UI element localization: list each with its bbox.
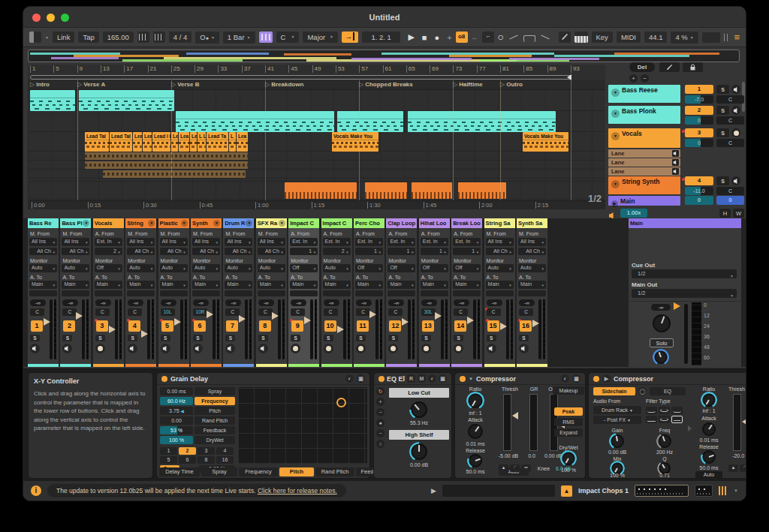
input-channel-select[interactable]: 1▼ (453, 248, 481, 255)
solo-button[interactable]: S (716, 85, 729, 94)
makeup-button[interactable]: Makeup (553, 386, 584, 395)
midi-clip[interactable] (176, 111, 334, 132)
track-number-button[interactable]: 8 (259, 320, 271, 332)
nudge-down-icon[interactable] (137, 32, 149, 43)
output-select[interactable]: Main▼ (486, 281, 514, 289)
grain-param-value[interactable]: 100 % (160, 436, 193, 444)
track-number-button[interactable]: 16 (520, 320, 532, 332)
crossfade-box[interactable] (323, 290, 351, 296)
input-channel-select[interactable]: 1▼ (421, 248, 448, 255)
lane-speaker-icon[interactable] (672, 168, 679, 175)
filter-shape-button[interactable] (659, 407, 670, 414)
input-channel-select[interactable]: All Ch▼ (258, 248, 285, 255)
midi-clip[interactable] (337, 111, 403, 132)
track-pan[interactable]: C (716, 95, 744, 104)
take-lane-header[interactable]: Lane (608, 158, 680, 167)
stop-button[interactable]: ■ (418, 33, 431, 42)
eq-band2-knob[interactable] (411, 443, 427, 460)
track-number[interactable]: 4 (685, 176, 713, 185)
pan-display[interactable]: C (258, 308, 273, 316)
nudge-up-icon[interactable] (153, 32, 165, 43)
sidechain-button[interactable]: Sidechain (593, 387, 635, 395)
output-select[interactable]: Main▼ (62, 281, 89, 289)
audio-clip-lead[interactable]: Lea (237, 132, 248, 152)
input-type-select[interactable]: Ext. In▼ (323, 238, 351, 246)
monitor-select[interactable]: Off▼ (355, 264, 383, 272)
sidechain-listen-icon[interactable]: ◯ (638, 387, 647, 395)
drywet-knob[interactable] (562, 452, 575, 465)
maximize-window-button[interactable] (61, 14, 69, 22)
volume-display[interactable]: -∞ (388, 299, 404, 306)
fade-out-icon[interactable] (508, 32, 520, 43)
fold-icon[interactable]: ▼ (148, 220, 155, 227)
arrangement-area[interactable]: 1591317212529333741454953576165697377818… (28, 65, 605, 209)
crossfade-box[interactable] (388, 290, 415, 296)
track-volume[interactable]: -7.0 (685, 95, 713, 104)
main-volume-display[interactable]: -∞ (651, 304, 671, 311)
eq-m-button[interactable]: M (418, 374, 426, 383)
monitor-speaker-icon[interactable] (193, 344, 203, 353)
drywet-value[interactable]: 100 % (554, 467, 583, 473)
volume-display[interactable]: -∞ (356, 299, 372, 306)
monitor-select[interactable]: Auto▼ (62, 264, 89, 272)
main-volume[interactable]: 0 (685, 196, 713, 205)
monitor-speaker-icon[interactable] (161, 344, 170, 353)
solo-button[interactable]: S (487, 335, 496, 341)
transfer-curve-button[interactable]: ◜ (510, 464, 520, 472)
lane-speaker-icon[interactable] (672, 159, 679, 166)
fold-icon[interactable]: ▼ (213, 220, 220, 227)
solo-button[interactable]: S (716, 128, 729, 137)
track-number-button[interactable]: 6 (194, 320, 206, 332)
audio-engine-icon[interactable] (608, 209, 617, 218)
freq-knob[interactable] (658, 434, 671, 448)
ratio-knob[interactable] (702, 393, 716, 407)
midi-clip-strings[interactable] (412, 182, 452, 199)
volume-fader-handle[interactable] (141, 330, 148, 338)
close-window-button[interactable] (32, 14, 41, 22)
expand-button[interactable]: Expand (554, 428, 583, 437)
input-type-select[interactable]: All Ins▼ (258, 238, 285, 246)
main-track-title[interactable]: Main (629, 218, 741, 228)
main-pan-knob[interactable] (653, 314, 671, 332)
output-select[interactable]: Main▼ (258, 281, 285, 289)
grain-param-value[interactable]: 53 % (160, 426, 193, 434)
attack-knob[interactable] (702, 422, 716, 436)
peak-button[interactable]: Peak (554, 407, 583, 416)
sidechain-routing-select[interactable]: - Post FX ▼ (593, 416, 641, 424)
loop-brace-icon[interactable] (523, 35, 535, 42)
volume-fader-handle[interactable] (402, 318, 409, 326)
main-fader-handle[interactable] (674, 302, 680, 310)
grain-division-button[interactable]: 8 (198, 456, 215, 464)
zoom-width-button[interactable]: W (733, 209, 744, 218)
mixer-track-title[interactable]: SFX Ra▼ (256, 218, 287, 228)
volume-fader-handle[interactable] (435, 312, 442, 320)
output-select[interactable]: Main▼ (95, 281, 122, 289)
input-type-select[interactable]: All Ins▼ (160, 238, 188, 246)
solo-button[interactable]: S (95, 335, 105, 341)
input-type-select[interactable]: Ext. In▼ (355, 238, 383, 246)
activity-view-button[interactable]: ▴ (728, 464, 738, 472)
monitor-speaker-icon[interactable] (731, 85, 740, 94)
xy-assign-tab[interactable]: Rand Pitch (315, 467, 354, 476)
cue-volume-knob[interactable] (654, 350, 668, 364)
thresh-handle[interactable] (512, 412, 518, 419)
grain-division-button[interactable]: 5 (160, 456, 177, 464)
audio-clip-lead[interactable]: Le (190, 132, 197, 152)
locator-row[interactable]: ▷Intro▷Verse A▷Verse B▷Breakdown▷Chopped… (28, 80, 605, 90)
input-channel-select[interactable]: All Ch▼ (29, 248, 57, 255)
monitor-select[interactable]: Auto▼ (258, 264, 285, 272)
ratio-value[interactable]: inf : 1 (457, 410, 494, 416)
audio-clip-lead[interactable]: Lead Tal (85, 132, 109, 152)
ratio-value[interactable]: inf : 1 (692, 408, 725, 413)
filter-shape-button[interactable] (646, 407, 657, 414)
track-number-button[interactable]: 10 (324, 320, 336, 332)
mixer-track-title[interactable]: Drum R▼ (223, 218, 254, 228)
volume-display[interactable]: -∞ (258, 299, 274, 306)
input-type-select[interactable]: All Ins▼ (62, 238, 89, 246)
output-select[interactable]: Main▼ (290, 281, 318, 289)
track-number-button[interactable]: 2 (63, 320, 75, 332)
arm-button[interactable] (291, 344, 300, 353)
solo-button[interactable]: S (30, 335, 40, 341)
midi-map-button[interactable]: MIDI (617, 32, 641, 43)
midi-clip-strings[interactable] (458, 182, 506, 199)
